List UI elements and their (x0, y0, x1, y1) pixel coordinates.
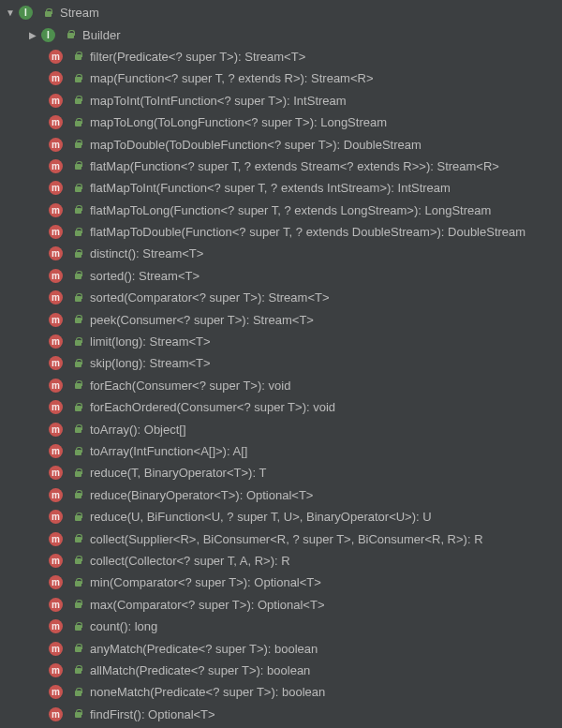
lock-icon (73, 95, 84, 106)
method-icon (49, 70, 69, 87)
lock-icon (73, 621, 84, 632)
lock-icon (73, 664, 84, 676)
tree-node-method[interactable]: skip(long): Stream<T> (0, 352, 562, 374)
tree-node-method[interactable]: distinct(): Stream<T> (0, 243, 562, 264)
lock-icon (66, 29, 77, 40)
lock-icon (73, 248, 84, 260)
method-signature: sorted(Comparator<? super T>): Stream<T> (90, 290, 330, 305)
method-signature: min(Comparator<? super T>): Optional<T> (90, 575, 321, 589)
method-signature: allMatch(Predicate<? super T>): boolean (90, 663, 310, 677)
tree-node-method[interactable]: forEachOrdered(Consumer<? super T>): voi… (0, 396, 562, 418)
method-signature: filter(Predicate<? super T>): Stream<T> (90, 50, 305, 64)
tree-node-method[interactable]: map(Function<? super T, ? extends R>): S… (0, 67, 562, 89)
method-signature: distinct(): Stream<T> (90, 246, 203, 260)
tree-node-method[interactable]: flatMapToLong(Function<? super T, ? exte… (0, 200, 562, 221)
tree-node-method[interactable]: flatMap(Function<? super T, ? extends St… (0, 156, 562, 177)
method-signature: flatMapToDouble(Function<? super T, ? ex… (90, 225, 525, 239)
method-signature: collect(Collector<? super T, A, R>): R (90, 554, 290, 568)
tree-node-method[interactable]: count(): long (0, 616, 562, 637)
tree-node-method[interactable]: noneMatch(Predicate<? super T>): boolean (0, 681, 562, 703)
interface-icon (41, 26, 62, 43)
method-signature: forEach(Consumer<? super T>): void (90, 379, 290, 393)
method-icon (49, 201, 69, 218)
method-signature: flatMap(Function<? super T, ? extends St… (90, 159, 499, 173)
lock-icon (73, 708, 84, 720)
method-icon (49, 661, 69, 678)
chevron-down-icon[interactable]: ▼ (4, 7, 17, 18)
tree-node-method[interactable]: toArray(): Object[] (0, 418, 562, 439)
tree-node-method[interactable]: collect(Supplier<R>, BiConsumer<R, ? sup… (0, 527, 562, 549)
tree-node-method[interactable]: findFirst(): Optional<T> (0, 704, 562, 725)
tree-node-method[interactable]: reduce(BinaryOperator<T>): Optional<T> (0, 484, 562, 506)
method-icon (49, 267, 69, 284)
tree-node-method[interactable]: allMatch(Predicate<? super T>): boolean (0, 660, 562, 681)
method-signature: toArray(IntFunction<A[]>): A[] (90, 444, 247, 458)
tree-node-builder[interactable]: ▶ Builder (0, 23, 562, 45)
structure-tree: ▼ Stream ▶ Builder filter(Predicate<? su… (0, 2, 562, 725)
method-icon (49, 574, 69, 591)
tree-node-label: Builder (82, 28, 120, 42)
method-signature: max(Comparator<? super T>): Optional<T> (90, 598, 325, 612)
tree-node-method[interactable]: min(Comparator<? super T>): Optional<T> (0, 572, 562, 593)
method-icon (49, 640, 69, 657)
lock-icon (73, 599, 84, 610)
lock-icon (73, 423, 84, 435)
lock-icon (73, 204, 84, 215)
tree-node-method[interactable]: filter(Predicate<? super T>): Stream<T> (0, 46, 562, 67)
tree-node-method[interactable]: mapToInt(ToIntFunction<? super T>): IntS… (0, 90, 562, 111)
tree-node-method[interactable]: reduce(U, BiFunction<U, ? super T, U>, B… (0, 506, 562, 527)
lock-icon (73, 643, 84, 654)
lock-icon (73, 51, 84, 62)
method-signature: flatMapToLong(Function<? super T, ? exte… (90, 203, 491, 217)
lock-icon (73, 270, 84, 281)
method-signature: sorted(): Stream<T> (90, 269, 200, 283)
method-icon (49, 706, 69, 722)
lock-icon (73, 358, 84, 369)
tree-node-method[interactable]: limit(long): Stream<T> (0, 331, 562, 352)
tree-node-method[interactable]: mapToDouble(ToDoubleFunction<? super T>)… (0, 133, 562, 155)
lock-icon (73, 117, 84, 128)
lock-icon (73, 160, 84, 171)
method-icon (49, 334, 69, 350)
tree-node-method[interactable]: anyMatch(Predicate<? super T>): boolean (0, 637, 562, 659)
tree-node-method[interactable]: flatMapToDouble(Function<? super T, ? ex… (0, 221, 562, 243)
method-signature: limit(long): Stream<T> (90, 334, 211, 349)
method-icon (49, 443, 69, 460)
tree-node-method[interactable]: sorted(): Stream<T> (0, 265, 562, 287)
method-icon (49, 245, 69, 262)
method-icon (49, 530, 69, 547)
tree-node-method[interactable]: sorted(Comparator<? super T>): Stream<T> (0, 287, 562, 308)
tree-node-method[interactable]: reduce(T, BinaryOperator<T>): T (0, 462, 562, 483)
lock-icon (73, 379, 84, 391)
tree-node-method[interactable]: collect(Collector<? super T, A, R>): R (0, 550, 562, 572)
tree-node-method[interactable]: max(Comparator<? super T>): Optional<T> (0, 594, 562, 616)
method-signature: map(Function<? super T, ? extends R>): S… (90, 71, 374, 85)
tree-node-method[interactable]: mapToLong(ToLongFunction<? super T>): Lo… (0, 111, 562, 133)
tree-node-method[interactable]: toArray(IntFunction<A[]>): A[] (0, 440, 562, 462)
method-icon (49, 92, 69, 109)
tree-node-method[interactable]: peek(Consumer<? super T>): Stream<T> (0, 308, 562, 330)
tree-node-stream[interactable]: ▼ Stream (0, 2, 562, 23)
method-icon (49, 421, 69, 438)
method-signature: collect(Supplier<R>, BiConsumer<R, ? sup… (90, 532, 483, 546)
lock-icon (73, 577, 84, 588)
lock-icon (43, 7, 54, 19)
lock-icon (73, 489, 84, 500)
method-signature: reduce(T, BinaryOperator<T>): T (90, 466, 266, 480)
method-icon (49, 465, 69, 482)
lock-icon (73, 314, 84, 325)
method-icon (49, 596, 69, 613)
method-icon (49, 377, 69, 394)
method-signature: toArray(): Object[] (90, 423, 186, 437)
tree-node-method[interactable]: forEach(Consumer<? super T>): void (0, 375, 562, 396)
lock-icon (73, 336, 84, 348)
method-signature: findFirst(): Optional<T> (90, 707, 215, 721)
lock-icon (73, 139, 84, 150)
method-icon (49, 684, 69, 701)
lock-icon (73, 292, 84, 304)
lock-icon (73, 402, 84, 413)
tree-node-method[interactable]: flatMapToInt(Function<? super T, ? exten… (0, 177, 562, 199)
lock-icon (73, 468, 84, 479)
chevron-right-icon[interactable]: ▶ (26, 30, 39, 40)
lock-icon (73, 183, 84, 194)
